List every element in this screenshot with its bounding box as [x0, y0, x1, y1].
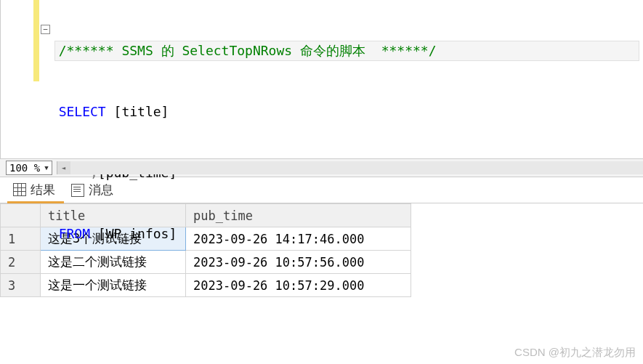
col-title: [title]	[106, 104, 169, 119]
watermark-text: CSDN @初九之潜龙勿用	[514, 346, 636, 360]
keyword-from: FROM	[43, 226, 90, 241]
corner-cell[interactable]	[1, 204, 41, 227]
fold-collapse-icon[interactable]	[41, 25, 50, 34]
grid-icon	[13, 183, 26, 196]
code-text[interactable]: /****** SSMS 的 SelectTopNRows 命令的脚本 ****…	[43, 0, 643, 285]
scroll-left-icon[interactable]: ◄	[57, 161, 70, 174]
keyword-select: SELECT	[59, 104, 106, 119]
table-name: [WP_infos]	[90, 226, 177, 241]
zoom-value: 100 %	[9, 162, 40, 174]
messages-icon	[71, 184, 84, 197]
change-marker	[33, 0, 39, 81]
row-number[interactable]: 3	[1, 274, 41, 297]
sql-editor-pane[interactable]: /****** SSMS 的 SelectTopNRows 命令的脚本 ****…	[0, 0, 643, 158]
horizontal-scrollbar[interactable]: ◄	[57, 161, 643, 174]
editor-gutter	[1, 0, 33, 158]
row-number[interactable]: 1	[1, 227, 41, 251]
row-number[interactable]: 2	[1, 251, 41, 274]
sql-comment: /****** SSMS 的 SelectTopNRows 命令的脚本 ****…	[59, 43, 437, 58]
